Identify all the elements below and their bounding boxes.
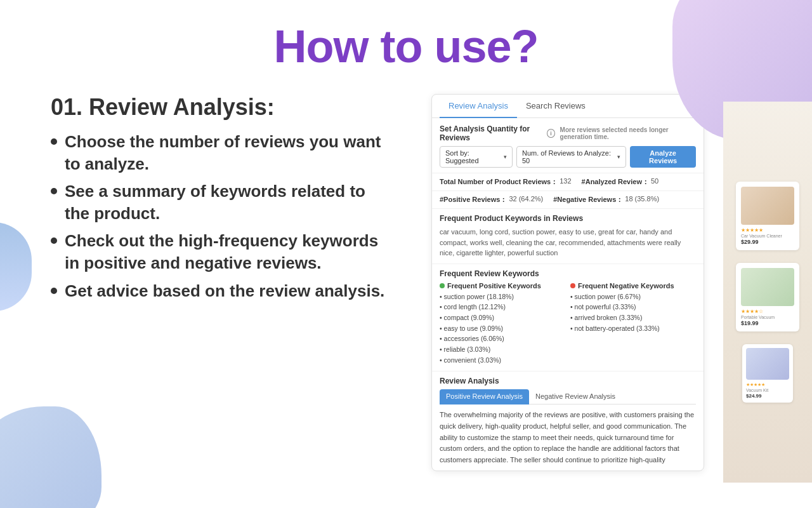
negative-keywords-header: Frequent Negative Keywords [570,282,696,290]
tab-positive-review[interactable]: Positive Review Analysis [440,389,529,404]
freq-heading: Frequent Review Keywords [440,269,696,278]
controls-section: Set Analysis Quantity for Reviews i More… [432,118,704,173]
analysis-tab-bar: Positive Review Analysis Negative Review… [440,389,696,404]
bullet-text: See a summary of keywords related to the… [65,180,393,225]
controls-label: Set Analysis Quantity for Reviews i More… [440,124,696,142]
list-item: See a summary of keywords related to the… [51,180,393,225]
freq-item: • suction power (18.18%) [440,292,565,302]
ui-card: Review Analysis Search Reviews Set Analy… [431,94,704,471]
stats-row-2: #Positive Reviews： 32 (64.2%) #Negative … [432,191,704,209]
freq-item: • suction power (6.67%) [570,292,696,302]
freq-item: • reliable (3.03%) [440,345,565,354]
freq-item: • easy to use (9.09%) [440,324,565,333]
stat-analyzed: #Analyzed Review： 50 [582,177,659,187]
list-item: Check out the high-frequency keywords in… [51,230,393,274]
analysis-text: The overwhelming majority of the reviews… [440,410,696,465]
analyze-reviews-button[interactable]: Analyze Reviews [630,146,696,168]
freq-item: • arrived broken (3.33%) [570,313,696,323]
review-analysis-section: Review Analysis Positive Review Analysis… [432,371,704,471]
tab-negative-review[interactable]: Negative Review Analysis [529,389,622,404]
info-icon[interactable]: i [547,129,554,138]
review-analysis-heading: Review Analysis [440,377,696,385]
freq-item: • not battery-operated (3.33%) [570,324,696,333]
chevron-down-icon: ▾ [617,154,620,160]
tab-bar: Review Analysis Search Reviews [432,95,704,118]
negative-keywords-col: Frequent Negative Keywords • suction pow… [570,282,696,366]
num-reviews-select[interactable]: Num. of Reviews to Analyze: 50 ▾ [516,146,626,168]
red-dot-icon [570,283,575,288]
bullet-dot [51,288,57,294]
bullet-dot [51,138,57,145]
product-image-area: ★★★★★ Car Vacuum Cleaner $29.99 ★★★★☆ Po… [723,102,812,483]
stat-positive: #Positive Reviews： 32 (64.2%) [440,195,543,204]
tab-review-analysis[interactable]: Review Analysis [440,95,517,118]
sort-select[interactable]: Sort by: Suggested ▾ [440,146,513,168]
freq-columns: Frequent Positive Keywords • suction pow… [440,282,696,366]
bullet-text: Get advice based on the review analysis. [65,280,384,302]
bullet-list: Choose the number of reviews you want to… [51,131,393,302]
bullet-text: Choose the number of reviews you want to… [65,131,393,175]
freq-item: • not powerful (3.33%) [570,302,696,312]
section-title: 01. Review Analysis: [51,94,393,121]
positive-keywords-header: Frequent Positive Keywords [440,282,565,290]
stats-row: Total Number of Product Reviews： 132 #An… [432,173,704,191]
freq-item: • accessories (6.06%) [440,334,565,344]
positive-keywords-col: Frequent Positive Keywords • suction pow… [440,282,565,366]
freq-section: Frequent Review Keywords Frequent Positi… [432,264,704,372]
keywords-section: Frequent Product Keywords in Reviews car… [432,209,704,264]
list-item: Choose the number of reviews you want to… [51,131,393,175]
chevron-down-icon: ▾ [504,154,507,160]
bullet-dot [51,237,57,244]
keywords-text: car vacuum, long cord, suction power, ea… [440,227,696,258]
bullet-dot [51,188,57,194]
list-item: Get advice based on the review analysis. [51,280,393,302]
freq-item: • convenient (3.03%) [440,356,565,365]
stat-negative: #Negative Reviews： 18 (35.8%) [553,195,659,204]
freq-item: • cord length (12.12%) [440,302,565,312]
freq-item: • compact (9.09%) [440,313,565,323]
green-dot-icon [440,283,445,288]
keywords-heading: Frequent Product Keywords in Reviews [440,214,696,223]
controls-row: Sort by: Suggested ▾ Num. of Reviews to … [440,146,696,168]
stat-total: Total Number of Product Reviews： 132 [440,177,572,187]
right-panel: Review Analysis Search Reviews Set Analy… [431,94,774,471]
bullet-text: Check out the high-frequency keywords in… [65,230,393,274]
left-panel: 01. Review Analysis: Choose the number o… [51,94,393,307]
tab-search-reviews[interactable]: Search Reviews [517,95,594,118]
